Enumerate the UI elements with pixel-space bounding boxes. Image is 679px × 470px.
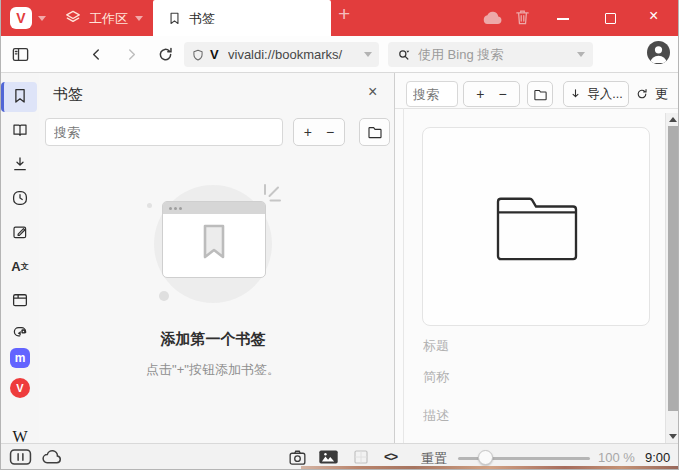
zoom-level: 100 %: [598, 450, 635, 465]
panel-notes-button[interactable]: [1, 218, 39, 246]
panel-search-input[interactable]: [45, 118, 283, 146]
profile-avatar[interactable]: [647, 41, 670, 64]
clock[interactable]: 9:00: [645, 450, 670, 465]
import-button[interactable]: 导入...: [563, 81, 629, 107]
workspace-caret-icon[interactable]: [135, 16, 143, 21]
forward-button[interactable]: [122, 45, 140, 63]
vivaldi-icon: V: [10, 378, 30, 398]
bookmark-title-field[interactable]: [423, 338, 623, 353]
empty-state-hint: 点击"+"按钮添加书签。: [39, 361, 387, 379]
page-actions-button[interactable]: <>: [384, 449, 397, 464]
zoom-slider-knob[interactable]: [478, 450, 493, 465]
panel-history-button[interactable]: [1, 184, 39, 212]
tiling-button[interactable]: [353, 449, 369, 465]
panel-toggle-icon[interactable]: [10, 44, 30, 64]
tab-bar: V 工作区 书签 +: [1, 0, 678, 36]
sync-status-cloud-icon[interactable]: [41, 449, 63, 465]
bookmark-nickname-field[interactable]: [423, 369, 623, 384]
manager-remove-bookmark-button[interactable]: −: [499, 86, 507, 102]
break-mode-button[interactable]: [9, 448, 32, 466]
update-thumbnails-button[interactable]: 更: [635, 81, 679, 107]
content-left-edge: [403, 108, 404, 443]
panel-add-remove-group: + −: [293, 118, 345, 146]
translate-sub-icon: 文: [21, 261, 29, 272]
zoom-slider[interactable]: [458, 457, 590, 460]
panel-reading-list-button[interactable]: [1, 116, 39, 144]
bookmark-icon: [166, 10, 182, 26]
window-graphic-titlebar: [163, 202, 265, 214]
site-vivaldi-icon[interactable]: V: [210, 47, 219, 62]
search-bar[interactable]: [388, 42, 593, 67]
panel-vivaldi-button[interactable]: V: [1, 374, 39, 402]
panel-translate-button[interactable]: A文: [1, 252, 39, 280]
address-dropdown-caret-icon[interactable]: [364, 52, 372, 57]
panel-icon-strip: A文 m V W: [1, 73, 39, 443]
search-engine-icon[interactable]: [395, 46, 413, 63]
close-window-button[interactable]: ×: [649, 7, 658, 25]
panel-window-button[interactable]: [1, 286, 39, 314]
address-toolbar: V: [1, 36, 678, 73]
sync-cloud-icon[interactable]: [481, 9, 504, 26]
tab-bookmarks[interactable]: 书签: [153, 0, 331, 36]
capture-page-button[interactable]: [287, 448, 307, 466]
panel-close-button[interactable]: ×: [368, 83, 377, 101]
bookmarks-panel: 书签 × + −: [39, 73, 395, 443]
decor-dot-large: [159, 291, 169, 301]
address-input[interactable]: [228, 47, 348, 62]
workspace-label[interactable]: 工作区: [89, 10, 128, 28]
manager-add-remove-group: + −: [463, 81, 520, 107]
toggle-images-button[interactable]: [318, 449, 339, 465]
folder-icon: [494, 188, 580, 266]
manager-add-bookmark-button[interactable]: +: [476, 86, 484, 102]
scrollbar[interactable]: [665, 113, 679, 443]
panel-title: 书签: [53, 85, 83, 104]
panel-add-bookmark-button[interactable]: +: [304, 124, 312, 140]
bookmark-ribbon-icon: [203, 224, 225, 260]
bookmark-thumbnail-card[interactable]: [422, 127, 650, 326]
new-tab-button[interactable]: +: [338, 2, 350, 26]
decor-dot-small: [147, 203, 152, 208]
scroll-down-icon[interactable]: [669, 434, 677, 439]
refresh-icon: [635, 87, 649, 101]
search-dropdown-caret-icon[interactable]: [577, 52, 585, 57]
manager-search-input[interactable]: [406, 81, 458, 107]
menu-caret-icon[interactable]: [38, 16, 46, 21]
panel-mastodon-button[interactable]: m: [1, 344, 39, 372]
import-arrow-icon: [569, 87, 582, 101]
panel-bookmarks-button[interactable]: [1, 82, 39, 110]
workspace-icon[interactable]: [63, 8, 83, 28]
bookmarks-manager: + − 导入... 更: [395, 73, 679, 443]
minimize-button[interactable]: [557, 18, 569, 20]
panel-tab-loop-button[interactable]: [1, 317, 39, 345]
back-button[interactable]: [87, 45, 105, 63]
translate-icon: A: [11, 259, 20, 274]
panel-remove-bookmark-button[interactable]: −: [326, 124, 334, 140]
empty-state-heading: 添加第一个书签: [39, 330, 387, 349]
toolbar-divider: [395, 108, 679, 109]
browser-window: V 工作区 书签 +: [0, 0, 679, 470]
manager-new-folder-button[interactable]: [527, 81, 553, 107]
window-bottom-edge: [301, 466, 678, 469]
scrollbar-thumb[interactable]: [668, 126, 678, 411]
vivaldi-menu-button[interactable]: V: [10, 7, 32, 29]
panel-downloads-button[interactable]: [1, 150, 39, 178]
shield-icon[interactable]: [190, 47, 205, 63]
mastodon-icon: m: [10, 348, 30, 368]
reload-button[interactable]: [155, 44, 175, 64]
search-input[interactable]: [418, 44, 558, 64]
vivaldi-logo-icon: V: [16, 10, 25, 26]
empty-state-window-graphic: [162, 201, 266, 278]
scroll-up-icon[interactable]: [669, 117, 677, 122]
bookmark-description-field[interactable]: [423, 408, 623, 423]
maximize-button[interactable]: [605, 13, 616, 24]
body: A文 m V W: [1, 73, 678, 443]
panel-new-folder-button[interactable]: [359, 118, 390, 146]
address-field[interactable]: V: [184, 42, 379, 67]
tab-title: 书签: [189, 10, 215, 28]
trash-icon[interactable]: [514, 8, 531, 27]
